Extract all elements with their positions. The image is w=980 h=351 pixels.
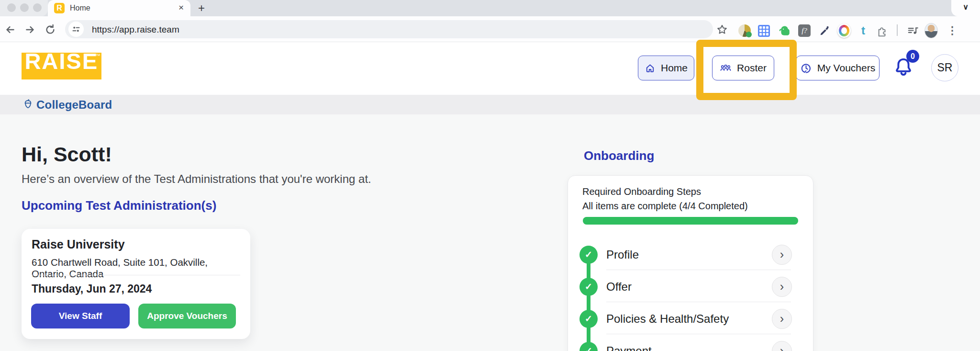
evernote-extension-icon[interactable] xyxy=(778,24,791,37)
onboarding-card: Required Onboarding Steps All items are … xyxy=(568,175,813,351)
nav-home-button[interactable]: Home xyxy=(638,56,694,80)
site-settings-chip[interactable] xyxy=(68,22,84,37)
collegeboard-logo: CollegeBoard xyxy=(22,98,112,112)
window-minimize-button[interactable] xyxy=(20,3,29,12)
step-check-icon: ✓ xyxy=(579,278,598,296)
browser-toolbar: https://app.raise.team f? t ⋮ xyxy=(0,16,980,42)
window-zoom-button[interactable] xyxy=(33,3,42,12)
nav-home-label: Home xyxy=(661,62,688,74)
raise-logo-text: RAISE xyxy=(22,53,101,74)
tab-strip-caret-icon[interactable]: ∨ xyxy=(951,0,980,16)
step-label-policies: Policies & Health/Safety xyxy=(606,312,729,326)
pie-extension-icon[interactable] xyxy=(738,24,751,37)
administration-address: 610 Chartwell Road, Suite 101, Oakville,… xyxy=(32,257,242,280)
notifications-bell-button[interactable]: 0 xyxy=(893,50,923,80)
logo-trademark: ™ xyxy=(95,53,100,58)
nav-roster-label: Roster xyxy=(737,62,767,74)
step-chevron-button-policies[interactable]: › xyxy=(772,309,792,329)
view-staff-button[interactable]: View Staff xyxy=(31,304,130,328)
page-content: RAISE ™ Home Roster My Vouchers 0 SR xyxy=(0,42,980,351)
url-bar[interactable]: https://app.raise.team xyxy=(65,20,713,38)
avatar-initials: SR xyxy=(937,61,953,74)
bookmark-star-icon[interactable] xyxy=(716,23,728,36)
tab-title: Home xyxy=(70,4,90,12)
onboarding-progress-fill xyxy=(583,217,798,225)
acorn-icon xyxy=(22,99,33,110)
collegeboard-strip: CollegeBoard xyxy=(0,95,980,114)
profile-avatar-icon[interactable] xyxy=(924,24,938,37)
reload-icon[interactable] xyxy=(44,23,56,36)
onboarding-heading[interactable]: Onboarding xyxy=(584,148,654,163)
steps-connector-line xyxy=(587,255,590,351)
step-divider xyxy=(606,302,791,302)
step-chevron-button-profile[interactable]: › xyxy=(772,245,792,265)
nav-my-vouchers-label: My Vouchers xyxy=(817,62,875,74)
new-tab-button[interactable]: + xyxy=(193,1,210,15)
tab-favicon: R xyxy=(54,3,65,13)
roster-people-icon xyxy=(720,62,732,74)
raise-logo[interactable]: RAISE ™ xyxy=(22,53,101,79)
card-divider xyxy=(32,275,240,275)
administration-name: Raise University xyxy=(32,238,125,251)
browser-menu-kebab-icon[interactable]: ⋮ xyxy=(946,24,959,37)
test-administration-card: Raise University 610 Chartwell Road, Sui… xyxy=(22,229,250,339)
nav-roster-button[interactable]: Roster xyxy=(712,56,774,80)
onboarding-card-title: Required Onboarding Steps xyxy=(582,186,701,197)
color-ring-extension-icon[interactable] xyxy=(837,24,851,37)
extensions-puzzle-icon[interactable] xyxy=(876,24,889,37)
approve-vouchers-button[interactable]: Approve Vouchers xyxy=(138,304,236,328)
greeting-subtitle: Here’s an overview of the Test Administr… xyxy=(22,172,371,186)
window-close-button[interactable] xyxy=(7,3,16,12)
step-label-offer: Offer xyxy=(606,280,632,294)
toolbar-separator xyxy=(897,24,898,36)
t-extension-icon[interactable]: t xyxy=(857,24,870,37)
step-check-icon: ✓ xyxy=(579,246,598,264)
step-chevron-button-payment[interactable]: › xyxy=(772,341,792,351)
browser-tab[interactable]: R Home × xyxy=(48,0,190,16)
onboarding-status-text: All items are complete (4/4 Completed) xyxy=(582,201,748,212)
step-label-profile: Profile xyxy=(606,248,639,261)
home-icon xyxy=(645,63,656,74)
step-chevron-button-offer[interactable]: › xyxy=(772,277,792,297)
back-icon[interactable] xyxy=(4,23,16,36)
site-header: RAISE ™ Home Roster My Vouchers 0 SR xyxy=(0,42,980,95)
notification-badge: 0 xyxy=(906,50,919,63)
step-divider xyxy=(606,334,791,334)
administration-date: Thursday, Jun 27, 2024 xyxy=(32,283,152,295)
greeting-heading: Hi, Scott! xyxy=(22,143,112,166)
step-label-payment: Payment xyxy=(606,344,652,351)
url-text[interactable]: https://app.raise.team xyxy=(92,24,179,35)
grid-extension-icon[interactable] xyxy=(757,24,770,37)
nav-my-vouchers-button[interactable]: My Vouchers xyxy=(796,56,880,80)
font-finder-extension-icon[interactable]: f? xyxy=(798,24,811,37)
tab-strip: R Home × + ∨ xyxy=(0,0,980,16)
onboarding-progress-track xyxy=(583,217,798,225)
eyedropper-extension-icon[interactable] xyxy=(818,24,831,37)
user-avatar[interactable]: SR xyxy=(931,54,958,81)
step-check-icon: ✓ xyxy=(579,310,598,328)
collegeboard-wordmark: CollegeBoard xyxy=(36,98,112,112)
forward-icon[interactable] xyxy=(24,23,36,36)
step-check-icon: ✓ xyxy=(579,342,598,351)
browser-window: R Home × + ∨ https://app.raise.team xyxy=(0,0,980,351)
upcoming-administrations-heading[interactable]: Upcoming Test Administration(s) xyxy=(22,198,216,213)
step-divider xyxy=(606,270,791,270)
window-controls xyxy=(0,0,48,16)
playlist-extension-icon[interactable] xyxy=(906,24,920,37)
tab-close-icon[interactable]: × xyxy=(178,2,184,13)
voucher-clock-icon xyxy=(800,62,812,74)
